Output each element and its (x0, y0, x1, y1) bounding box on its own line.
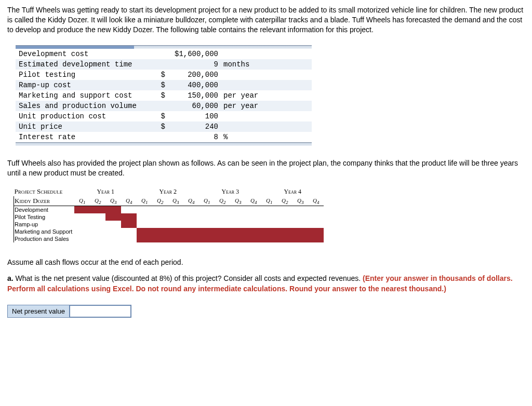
gantt-row: Marketing and Support (14, 228, 324, 235)
info-row: Pilot testing$200,000 (16, 70, 312, 80)
intro-paragraph: The Tuff Wheels was getting ready to sta… (7, 5, 525, 35)
info-row: Marketing and support cost$150,000per ye… (16, 90, 312, 101)
gantt-row: Ramp-up (14, 221, 324, 228)
question-a: a. What is the net present value (discou… (7, 274, 525, 294)
mid-paragraph: Tuff Wheels also has provided the projec… (7, 158, 525, 178)
gantt-row: Pilot Testing (14, 213, 324, 221)
info-row: Unit production cost$100 (16, 111, 312, 121)
info-row: Development cost$1,600,000 (16, 49, 312, 59)
npv-input[interactable] (70, 305, 131, 317)
gantt-row: Development (14, 206, 324, 214)
info-row: Sales and production volume60,000per yea… (16, 101, 312, 111)
info-row: Estimated development time9months (16, 59, 312, 70)
gantt-chart: Project ScheduleYear 1Year 2Year 3Year 4… (14, 187, 525, 242)
gantt-title-2: Kiddy Dozer (14, 196, 75, 206)
gantt-title-1: Project Schedule (14, 187, 75, 196)
gantt-row: Production and Sales (14, 235, 324, 242)
answer-label: Net present value (8, 305, 70, 317)
info-table: Development cost$1,600,000Estimated deve… (16, 45, 312, 146)
info-row: Interest rate8% (16, 132, 312, 142)
assumption-text: Assume all cash flows occur at the end o… (7, 258, 525, 266)
answer-box: Net present value (7, 305, 131, 318)
info-row: Unit price$240 (16, 121, 312, 132)
info-row: Ramp-up cost$400,000 (16, 80, 312, 90)
